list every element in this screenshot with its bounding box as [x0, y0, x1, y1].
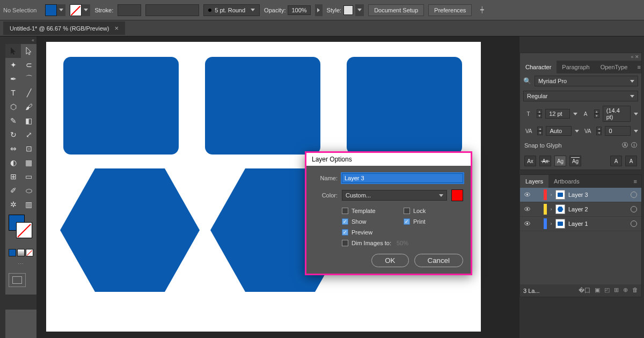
- stroke-swatch[interactable]: [70, 4, 82, 16]
- leading-spinner[interactable]: ▲▼: [594, 109, 599, 118]
- edit-toolbar[interactable]: ⋯: [5, 259, 36, 270]
- tab-artboards[interactable]: Artboards: [548, 175, 585, 188]
- target-icon[interactable]: [631, 221, 637, 227]
- shape-hex-1[interactable]: [60, 168, 200, 292]
- layer-row[interactable]: › Layer 3: [520, 188, 641, 202]
- direct-selection-tool[interactable]: [21, 44, 36, 58]
- layer-name[interactable]: Layer 1: [566, 221, 630, 227]
- tab-layers[interactable]: Layers: [520, 175, 548, 188]
- lasso-tool[interactable]: ⊂: [21, 58, 36, 72]
- new-layer-icon[interactable]: ⊕: [623, 286, 628, 295]
- graph-tool[interactable]: ▥: [21, 197, 36, 211]
- disclosure-icon[interactable]: ›: [548, 207, 554, 212]
- none-mode[interactable]: [26, 249, 33, 256]
- locate-icon[interactable]: �囗: [579, 286, 590, 295]
- layer-row[interactable]: › Layer 2: [520, 202, 641, 217]
- solid-color-mode[interactable]: [9, 249, 16, 256]
- tracking-spinner[interactable]: ▲▼: [596, 127, 602, 135]
- tab-character[interactable]: Character: [520, 61, 557, 74]
- info-icon[interactable]: ⓘ: [631, 141, 637, 149]
- show-checkbox[interactable]: Show: [342, 218, 401, 225]
- color-stack[interactable]: [5, 211, 36, 259]
- opacity-value[interactable]: 100%: [288, 5, 310, 15]
- glyph-ag[interactable]: Ag: [554, 156, 566, 166]
- brush-dropdown[interactable]: 5 pt. Round: [203, 4, 260, 16]
- line-tool[interactable]: ╱: [21, 86, 36, 100]
- document-tab[interactable]: Untitled-1* @ 66.67 % (RGB/Preview) ×: [3, 21, 125, 35]
- visibility-icon[interactable]: [522, 205, 532, 214]
- preview-checkbox[interactable]: Preview: [342, 229, 401, 236]
- style-dropdown[interactable]: [355, 4, 364, 16]
- mesh-tool[interactable]: ⊞: [5, 170, 21, 183]
- new-sublayer-icon[interactable]: ⊞: [614, 286, 619, 295]
- glyph-a[interactable]: A: [610, 156, 622, 166]
- perspective-tool[interactable]: ▦: [21, 156, 36, 170]
- scale-tool[interactable]: ⤢: [21, 128, 36, 142]
- panel-collapse[interactable]: « ✕: [520, 53, 641, 61]
- shaper-tool[interactable]: ✎: [5, 114, 21, 128]
- gradient-mode[interactable]: [17, 249, 25, 256]
- shape-rect-3[interactable]: [347, 57, 462, 155]
- kerning-spinner[interactable]: ▲▼: [537, 127, 543, 135]
- snap-info-icon[interactable]: Ⓐ: [622, 141, 628, 149]
- lock-checkbox[interactable]: Lock: [404, 208, 463, 214]
- target-icon[interactable]: [631, 192, 637, 198]
- delete-icon[interactable]: 🗑: [632, 286, 638, 295]
- selection-tool[interactable]: [5, 44, 21, 58]
- layer-name-input[interactable]: [342, 173, 463, 183]
- toolbar-collapse[interactable]: «: [5, 36, 36, 44]
- symbol-sprayer-tool[interactable]: ✲: [5, 197, 21, 211]
- style-swatch[interactable]: [343, 5, 353, 15]
- preferences-button[interactable]: Preferences: [428, 4, 472, 16]
- layer-name[interactable]: Layer 2: [566, 206, 630, 212]
- shape-tool[interactable]: ⬡: [5, 100, 21, 114]
- paintbrush-tool[interactable]: 🖌: [21, 100, 36, 114]
- glyph-ax-strike[interactable]: Ax: [539, 156, 551, 166]
- print-checkbox[interactable]: Print: [404, 218, 463, 225]
- fill-swatch[interactable]: [45, 4, 57, 16]
- magic-wand-tool[interactable]: ✦: [5, 58, 21, 72]
- visibility-icon[interactable]: [522, 191, 532, 199]
- pen-tool[interactable]: ✒: [5, 72, 21, 86]
- align-icon[interactable]: ┿: [476, 6, 488, 13]
- stroke-dropdown[interactable]: [82, 4, 90, 16]
- screen-mode[interactable]: [9, 273, 26, 287]
- leading-field[interactable]: (14.4 pt): [603, 106, 631, 122]
- layers-menu-icon[interactable]: ≡: [630, 175, 641, 188]
- font-weight-dropdown[interactable]: Regular: [523, 91, 638, 101]
- size-spinner[interactable]: ▲▼: [537, 109, 542, 118]
- template-checkbox[interactable]: Template: [342, 208, 401, 214]
- layer-row[interactable]: › Layer 1: [520, 217, 641, 231]
- curvature-tool[interactable]: ⌒: [21, 72, 36, 86]
- tab-paragraph[interactable]: Paragraph: [557, 61, 595, 74]
- glyph-ag-over[interactable]: Ag: [569, 156, 581, 166]
- shape-rect-1[interactable]: [63, 57, 179, 155]
- glyph-ax[interactable]: Ax: [524, 156, 536, 166]
- eraser-tool[interactable]: ◧: [21, 114, 36, 128]
- target-icon[interactable]: [631, 206, 637, 212]
- cancel-button[interactable]: Cancel: [414, 254, 464, 267]
- ok-button[interactable]: OK: [371, 254, 408, 267]
- collect-icon[interactable]: ▣: [595, 286, 600, 295]
- stroke-profile-field[interactable]: [145, 4, 199, 16]
- clip-mask-icon[interactable]: ◰: [604, 286, 610, 295]
- font-family-dropdown[interactable]: Myriad Pro: [535, 76, 638, 86]
- shape-builder-tool[interactable]: ◐: [5, 156, 21, 170]
- width-tool[interactable]: ⇔: [5, 142, 21, 156]
- canvas-area[interactable]: Layer Options Name: Color: Custom... Tem…: [36, 36, 519, 338]
- opacity-expand[interactable]: [315, 4, 323, 16]
- shape-rect-2[interactable]: [205, 57, 320, 155]
- panel-menu-icon[interactable]: ≡: [633, 61, 644, 74]
- kerning-field[interactable]: Auto: [546, 126, 572, 136]
- tracking-field[interactable]: 0: [605, 126, 631, 136]
- disclosure-icon[interactable]: ›: [548, 192, 554, 197]
- tab-opentype[interactable]: OpenType: [595, 61, 633, 74]
- stroke-weight-field[interactable]: [118, 4, 141, 16]
- blend-tool[interactable]: ⬭: [21, 183, 36, 197]
- glyph-a2[interactable]: A: [625, 156, 637, 166]
- disclosure-icon[interactable]: ›: [548, 221, 554, 226]
- gradient-tool[interactable]: ▭: [21, 170, 36, 183]
- layer-name[interactable]: Layer 3: [566, 192, 630, 198]
- font-size-field[interactable]: 12 pt: [545, 109, 569, 119]
- rotate-tool[interactable]: ↻: [5, 128, 21, 142]
